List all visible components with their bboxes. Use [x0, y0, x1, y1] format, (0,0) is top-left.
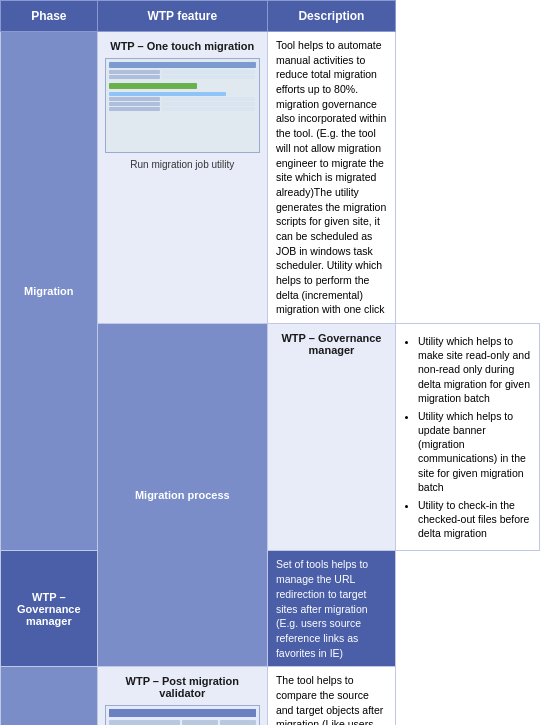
phase-post-migration: Post migration: [1, 667, 98, 725]
list-item: Utility which helps to make site read-on…: [418, 334, 531, 405]
screenshot-validator: [105, 705, 260, 725]
feature-subtitle: Run migration job utility: [104, 159, 261, 170]
feature-title: WTP – Governance manager: [274, 332, 389, 356]
screenshot-migration: [105, 58, 260, 153]
feature-governance-manager-bold: WTP – Governance manager: [1, 551, 98, 667]
table-row: Post migration WTP – Post migration vali…: [1, 667, 540, 725]
feature-governance-manager: WTP – Governance manager: [267, 324, 395, 551]
feature-title: WTP – Post migration validator: [104, 675, 261, 699]
header-description: Description: [267, 1, 395, 32]
desc-post-migration-validator: The tool helps to compare the source and…: [267, 667, 395, 725]
table-row: WTP – Governance manager Set of tools he…: [1, 551, 540, 667]
desc-governance-manager: Utility which helps to make site read-on…: [395, 324, 539, 551]
desc-list: Utility which helps to make site read-on…: [404, 334, 531, 540]
header-feature: WTP feature: [97, 1, 267, 32]
feature-one-touch-migration: WTP – One touch migration Run migration …: [97, 32, 267, 324]
table-row: Migration WTP – One touch migration: [1, 32, 540, 324]
feature-post-migration-validator: WTP – Post migration validator Post migr…: [97, 667, 267, 725]
list-item: Utility which helps to update banner (mi…: [418, 409, 531, 494]
phase-migration: Migration: [1, 32, 98, 551]
phase-migration-process: Migration process: [97, 324, 267, 667]
header-phase: Phase: [1, 1, 98, 32]
list-item: Utility to check-in the checked-out file…: [418, 498, 531, 541]
feature-title-bold: WTP – Governance manager: [17, 591, 81, 627]
desc-governance-manager-bold: Set of tools helps to manage the URL red…: [267, 551, 395, 667]
feature-title: WTP – One touch migration: [104, 40, 261, 52]
desc-one-touch-migration: Tool helps to automate manual activities…: [267, 32, 395, 324]
